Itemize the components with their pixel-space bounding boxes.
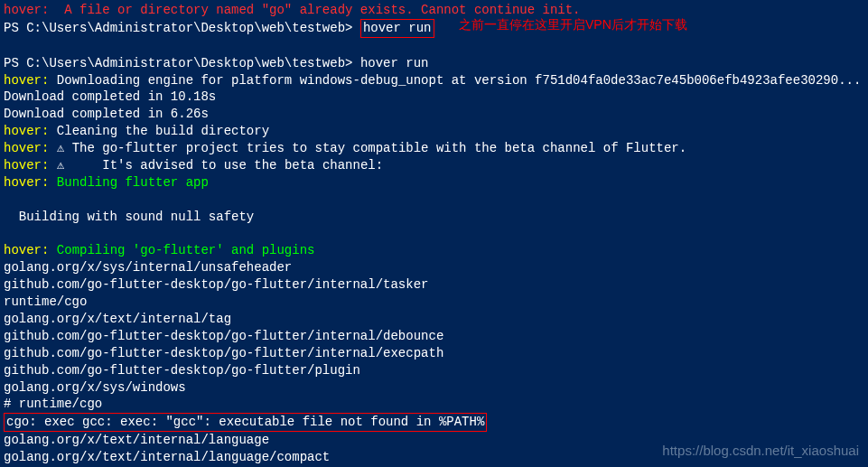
- pkg-line: golang.org/x/text/internal/tag: [4, 311, 864, 328]
- pkg-line: github.com/go-flutter-desktop/go-flutter…: [4, 328, 864, 345]
- hover-warn-2: hover: ⚠ It's advised to use the beta ch…: [4, 157, 864, 174]
- hover-compiling: hover: Compiling 'go-flutter' and plugin…: [4, 242, 864, 259]
- download-time-1: Download completed in 10.18s: [4, 89, 864, 106]
- building-line: Building with sound null safety: [4, 209, 864, 226]
- terminal-output[interactable]: hover: A file or directory named "go" al…: [4, 2, 864, 467]
- error-line: hover: A file or directory named "go" al…: [4, 2, 864, 19]
- pkg-line: runtime/cgo: [4, 294, 864, 311]
- cgo-error-box: cgo: exec gcc: exec: "gcc": executable f…: [4, 413, 864, 432]
- download-time-2: Download completed in 6.26s: [4, 106, 864, 123]
- pkg-line: github.com/go-flutter-desktop/go-flutter…: [4, 362, 864, 379]
- command-box-1: hover run: [363, 21, 432, 35]
- hover-warn-1: hover: ⚠ The go-flutter project tries to…: [4, 140, 864, 157]
- annotation-text: 之前一直停在这里开启VPN后才开始下载: [459, 16, 687, 33]
- watermark-text: https://blog.csdn.net/it_xiaoshuai: [662, 442, 859, 460]
- blank-line-3: [4, 226, 864, 243]
- prompt-line-2: PS C:\Users\Administrator\Desktop\web\te…: [4, 55, 864, 72]
- runtime-cgo: # runtime/cgo: [4, 396, 864, 413]
- hover-bundling: hover: Bundling flutter app: [4, 174, 864, 191]
- blank-line: [4, 38, 864, 55]
- prompt-line-1: PS C:\Users\Administrator\Desktop\web\te…: [4, 19, 864, 38]
- pkg-line: golang.org/x/sys/windows: [4, 379, 864, 397]
- pkg-line: github.com/go-flutter-desktop/go-flutter…: [4, 345, 864, 362]
- pkg-line: github.com/go-flutter-desktop/go-flutter…: [4, 276, 864, 294]
- blank-line-2: [4, 191, 864, 209]
- pkg-line: golang.org/x/sys/internal/unsafeheader: [4, 259, 864, 276]
- hover-download: hover: Downloading engine for platform w…: [4, 72, 864, 89]
- hover-cleaning: hover: Cleaning the build directory: [4, 123, 864, 140]
